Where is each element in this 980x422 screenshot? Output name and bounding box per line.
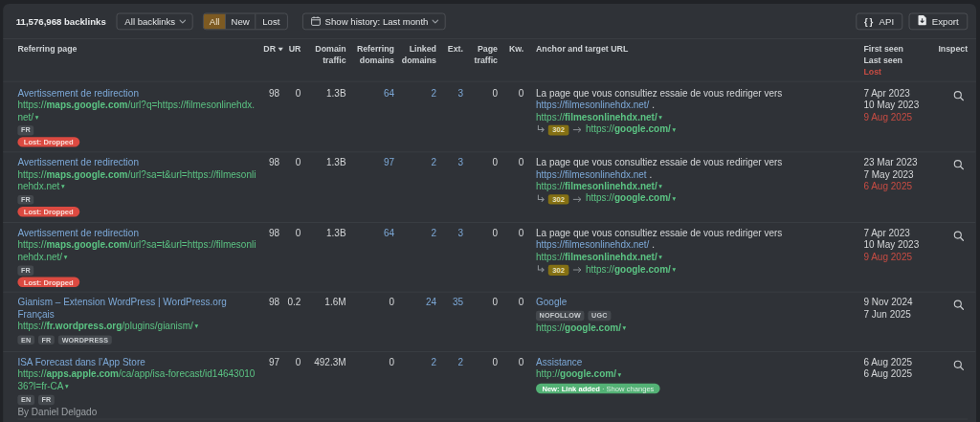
referring-page-url[interactable]: https://apps.apple.com/ca/app/isa-foreca… — [17, 369, 256, 394]
target-url[interactable]: https://filmesonlinehdx.net/ ▾ — [536, 181, 863, 193]
url-options-caret-icon[interactable]: ▾ — [658, 252, 662, 263]
referring-page-title-link[interactable]: Avertissement de redirection — [17, 88, 256, 100]
url-options-caret-icon[interactable]: ▾ — [658, 181, 662, 192]
api-button[interactable]: {} API — [856, 12, 902, 30]
column-header-ur[interactable]: UR — [279, 43, 301, 81]
lost-dropped-pill: Lost: Dropped — [17, 278, 79, 287]
url-options-caret-icon[interactable]: ▾ — [61, 181, 65, 192]
referring-page-title-link[interactable]: ISA Forecast dans l’App Store — [17, 358, 256, 369]
ext-value[interactable]: 3 — [436, 157, 463, 222]
export-button[interactable]: Export — [909, 12, 968, 30]
linked-domains-value[interactable]: 24 — [394, 298, 436, 352]
column-gap — [523, 88, 536, 151]
anchor-suffix: . — [649, 100, 655, 110]
url-scheme: https:// — [586, 264, 614, 275]
segment-lost[interactable]: Lost — [255, 13, 286, 29]
backlinks-filter-label: All backlinks — [124, 15, 175, 26]
referring-page-url[interactable]: https://maps.google.com/url?sa=t&url=htt… — [17, 168, 256, 193]
ext-value[interactable]: 3 — [436, 88, 463, 151]
linked-domains-value[interactable]: 2 — [394, 88, 436, 151]
anchor-url-link[interactable]: https://filmesonlinehdx.net/ — [536, 100, 649, 110]
referring-domains-value[interactable]: 97 — [346, 157, 394, 222]
url-options-caret-icon[interactable]: ▾ — [65, 381, 69, 392]
kw-value: 0 — [498, 228, 523, 291]
column-gap — [523, 157, 536, 222]
redirect-302-badge: 302 — [548, 265, 568, 276]
referring-page-title-link[interactable]: Avertissement de redirection — [17, 228, 256, 239]
url-options-caret-icon[interactable]: ▾ — [618, 369, 622, 381]
anchor-url-link[interactable]: https://filmesonlinehdx.net — [536, 168, 647, 179]
column-header-page-traffic[interactable]: Page traffic — [463, 43, 498, 81]
redirect-target-url[interactable]: https://google.com/ ▾ — [586, 264, 676, 277]
backlink-row: ISA Forecast dans l’App Storehttps://app… — [3, 352, 976, 419]
url-domain: apps.apple.com — [46, 369, 119, 380]
column-header-domain-traffic[interactable]: Domain traffic — [301, 43, 345, 81]
referring-page-url[interactable]: https://fr.wordpress.org/plugins/gianism… — [17, 321, 256, 333]
url-options-caret-icon[interactable]: ▾ — [672, 264, 676, 276]
column-header-referring-domains[interactable]: Referring domains — [346, 43, 394, 81]
linked-domains-value[interactable]: 2 — [394, 157, 436, 222]
linked-domains-value[interactable]: 2 — [394, 358, 436, 419]
new-link-added-pill[interactable]: New: Link added · Show changes — [536, 384, 660, 393]
lost-date: 6 Aug 2025 — [863, 181, 936, 192]
inspect-button[interactable] — [951, 228, 967, 243]
inspect-button[interactable] — [951, 157, 967, 172]
target-url[interactable]: https://filmesonlinehdx.net/ ▾ — [536, 252, 863, 264]
referring-domains-value[interactable]: 64 — [346, 228, 394, 291]
linked-domains-value[interactable]: 2 — [394, 228, 436, 291]
inspect-button[interactable] — [951, 88, 967, 103]
inspect-button[interactable] — [951, 298, 967, 313]
target-url[interactable]: https://google.com/ ▾ — [536, 322, 863, 335]
url-options-caret-icon[interactable]: ▾ — [672, 123, 676, 135]
last-seen-date: 10 May 2023 — [863, 239, 936, 251]
url-options-caret-icon[interactable]: ▾ — [623, 322, 627, 334]
segment-new[interactable]: New — [225, 13, 255, 29]
column-header-anchor[interactable]: Anchor and target URL — [536, 43, 863, 81]
badge-en: EN — [17, 335, 34, 344]
column-header-referring-page[interactable]: Referring page — [17, 43, 256, 81]
url-domain: filmesonlinehdx.net/ — [565, 252, 657, 262]
column-header-kw[interactable]: Kw. — [498, 43, 523, 81]
dates-cell: 6 Aug 20256 Aug 2025 — [863, 358, 936, 419]
show-changes-link[interactable]: Show changes — [607, 385, 655, 393]
column-header-ext[interactable]: Ext. — [436, 43, 463, 81]
show-history-dropdown[interactable]: Show history: Last month — [302, 12, 446, 30]
ext-value[interactable]: 3 — [436, 228, 463, 291]
ext-value[interactable]: 2 — [436, 358, 463, 419]
anchor-text-link[interactable]: Google — [536, 298, 567, 308]
redirect-target-url[interactable]: https://google.com/ ▾ — [586, 193, 676, 206]
url-options-caret-icon[interactable]: ▾ — [35, 111, 39, 122]
page-traffic-value: 0 — [463, 157, 498, 222]
backlinks-filter-dropdown[interactable]: All backlinks — [117, 12, 193, 30]
right-arrow-icon — [572, 126, 582, 133]
target-url[interactable]: http://google.com/ ▾ — [536, 369, 863, 382]
lost-date: 9 Aug 2025 — [863, 111, 936, 122]
url-options-caret-icon[interactable]: ▾ — [64, 252, 68, 263]
right-arrow-icon — [572, 267, 582, 274]
ext-value[interactable]: 35 — [436, 298, 463, 352]
badge-fr: FR — [38, 395, 55, 405]
inspect-button[interactable] — [951, 358, 967, 373]
referring-domains-value[interactable]: 64 — [346, 88, 394, 151]
anchor-suffix: . — [647, 168, 653, 179]
url-scheme: https:// — [17, 168, 46, 179]
first-seen-date: 7 Apr 2023 — [863, 88, 936, 100]
url-options-caret-icon[interactable]: ▾ — [194, 321, 198, 332]
url-domain: google.com/ — [560, 369, 616, 380]
url-options-caret-icon[interactable]: ▾ — [672, 193, 676, 205]
target-url[interactable]: https://filmesonlinehdx.net/ ▾ — [536, 111, 863, 123]
badge-fr: FR — [17, 266, 33, 276]
url-options-caret-icon[interactable]: ▾ — [658, 111, 662, 122]
column-header-dates[interactable]: First seen Last seen Lost — [863, 43, 936, 81]
referring-page-url[interactable]: https://maps.google.com/url?q=https://fi… — [17, 100, 256, 124]
column-header-linked-domains[interactable]: Linked domains — [394, 43, 436, 81]
referring-page-url[interactable]: https://maps.google.com/url?sa=t&url=htt… — [17, 239, 256, 264]
segment-all[interactable]: All — [204, 13, 225, 29]
redirect-target-url[interactable]: https://google.com/ ▾ — [586, 123, 676, 136]
anchor-url-link[interactable]: https://filmesonlinehdx.net/ — [536, 239, 649, 250]
referring-page-title-link[interactable]: Avertissement de redirection — [17, 157, 256, 168]
referring-page-title-link[interactable]: Gianism – Extension WordPress | WordPres… — [17, 298, 256, 322]
api-button-label: API — [880, 15, 894, 26]
anchor-text-link[interactable]: Assistance — [536, 358, 582, 368]
domain-traffic-value: 1.3B — [301, 228, 345, 291]
